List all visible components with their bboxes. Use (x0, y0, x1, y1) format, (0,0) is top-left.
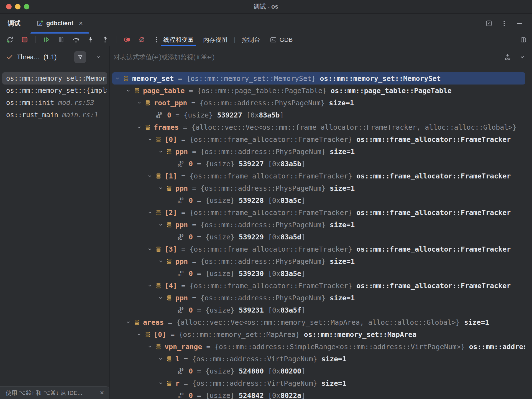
variable-type: {os::mm::address::PhysPageNum} (200, 99, 325, 107)
tool-window-label: 调试 (8, 19, 21, 28)
variable-type: {os::mm::frame_allocator::FrameTracker} (190, 245, 352, 253)
chevron-down-icon[interactable] (519, 53, 526, 61)
tree-row-value[interactable]: 10010 = {usize} 539230 [0x83a5e] (112, 267, 525, 280)
chevron-down-icon[interactable] (147, 173, 152, 178)
dock-window-icon[interactable] (485, 20, 493, 27)
tree-row[interactable]: ppn = {os::mm::address::PhysPageNum} siz… (112, 182, 525, 194)
tree-row[interactable]: ppn = {os::mm::address::PhysPageNum} siz… (112, 145, 525, 158)
tree-row[interactable]: frames = {alloc::vec::Vec<os::mm::frame_… (112, 121, 525, 133)
frame-function: os::mm::memory_set::{impl#0} (6, 87, 107, 94)
close-banner-icon[interactable]: ✕ (96, 390, 104, 396)
chevron-down-icon[interactable] (158, 186, 163, 191)
tree-row[interactable]: [0] = {os::mm::memory_set::MapArea} os::… (112, 328, 525, 341)
chevron-down-icon[interactable] (137, 100, 142, 105)
chevron-down-icon[interactable] (158, 149, 163, 154)
checkmark-icon (6, 53, 13, 61)
stop-button[interactable] (19, 34, 30, 45)
variable-name: l (175, 355, 180, 363)
tree-row[interactable]: ppn = {os::mm::address::PhysPageNum} siz… (112, 255, 525, 267)
step-into-button[interactable] (85, 34, 96, 45)
tree-row[interactable]: areas = {alloc::vec::Vec<os::mm::memory_… (112, 316, 525, 328)
tab-label: GDB (280, 36, 293, 44)
chevron-down-icon[interactable] (94, 53, 103, 62)
layout-settings-icon[interactable] (519, 35, 528, 45)
variable-value: 539227 (213, 111, 242, 119)
variable-type: {os::mm::address::PhysPageNum} (200, 257, 326, 265)
tree-row-value[interactable]: 10010 = {usize} 539228 [0x83a5c] (112, 194, 525, 206)
titlebar: 调试 - os (0, 0, 532, 14)
tab-gdb[interactable]: GDB (265, 34, 298, 46)
evaluate-expression-input[interactable]: 对表达式求值(↵)或添加监视(⇧⌘↵) (114, 53, 214, 62)
tree-row[interactable]: memory_set = {os::mm::memory_set::Memory… (112, 72, 525, 85)
tab-view-3[interactable]: 控制台 (237, 34, 265, 46)
tree-row-value[interactable]: 10010 = {usize} 539227 [0x83a5b] (112, 109, 525, 121)
resume-program-button[interactable] (41, 34, 52, 45)
tree-row-value[interactable]: 10010 = {usize} 539229 [0x83a5d] (112, 231, 525, 243)
chevron-down-icon[interactable] (137, 125, 142, 130)
chevron-down-icon[interactable] (158, 259, 163, 264)
frame-item[interactable]: os::mm::memory_set::{impl#0} (2, 85, 107, 97)
close-tab-icon[interactable]: ✕ (79, 20, 83, 27)
chevron-down-icon[interactable] (147, 210, 152, 215)
variable-name: ppn (175, 294, 188, 302)
binary-value-icon: 1001 (178, 368, 185, 374)
chevron-down-icon[interactable] (147, 344, 152, 349)
variable-value: os::mm::address::SimpleRange<os::mm::add… (465, 343, 525, 351)
chevron-down-icon[interactable] (158, 222, 163, 227)
rerun-debug-button[interactable] (4, 34, 16, 45)
tree-row-value[interactable]: 10010 = {usize} 539231 [0x83a5f] (112, 304, 525, 316)
variable-value: os::mm::frame_allocator::FrameTracker (352, 245, 511, 253)
minimize-icon[interactable] (516, 20, 523, 27)
tree-row-value[interactable]: 10010 = {usize} 524842 [0x8022a] (112, 389, 525, 399)
tree-row-value[interactable]: 10010 = {usize} 524800 [0x80200] (112, 365, 525, 377)
tree-row[interactable]: vpn_range = {os::mm::address::SimpleRang… (112, 341, 525, 353)
view-breakpoints-button[interactable] (122, 34, 133, 45)
mute-breakpoints-button[interactable] (136, 34, 147, 45)
tree-row-value[interactable]: 10010 = {usize} 539227 [0x83a5b] (112, 158, 525, 170)
filter-icon[interactable] (74, 51, 86, 63)
step-over-button[interactable] (70, 34, 81, 45)
hint-text: 使用 ⌥⌘↑ 和 ⌥⌘↓ 从 IDE... (6, 389, 82, 397)
variable-value: 524842 (235, 392, 264, 399)
pause-program-button[interactable] (56, 34, 67, 45)
tree-row[interactable]: ppn = {os::mm::address::PhysPageNum} siz… (112, 292, 525, 304)
tab-gdbclient[interactable]: gdbclient ✕ (30, 14, 89, 33)
chevron-down-icon[interactable] (158, 295, 163, 300)
variable-hex-value: 83a5d (280, 233, 301, 241)
chevron-down-icon[interactable] (115, 76, 120, 81)
chevron-down-icon[interactable] (137, 332, 142, 337)
tree-row[interactable]: [0] = {os::mm::frame_allocator::FrameTra… (112, 133, 525, 145)
tree-row[interactable]: [2] = {os::mm::frame_allocator::FrameTra… (112, 206, 525, 219)
more-vertical-icon[interactable] (500, 20, 508, 27)
chevron-down-icon[interactable] (126, 88, 131, 93)
chevron-down-icon[interactable] (158, 381, 163, 386)
terminal-icon (270, 36, 277, 44)
add-watch-icon[interactable] (503, 53, 512, 62)
step-out-button[interactable] (100, 34, 111, 45)
tab-view-0[interactable]: 线程和变量 (158, 34, 198, 46)
chevron-down-icon[interactable] (147, 283, 152, 288)
frame-item[interactable]: os::mm::memory_set::MemorySet (2, 72, 107, 85)
tree-row[interactable]: [4] = {os::mm::frame_allocator::FrameTra… (112, 280, 525, 292)
hint-banner: 使用 ⌥⌘↑ 和 ⌥⌘↓ 从 IDE... ✕ (0, 386, 110, 399)
chevron-down-icon[interactable] (126, 320, 131, 325)
tree-row[interactable]: ppn = {os::mm::address::PhysPageNum} siz… (112, 219, 525, 231)
chevron-down-icon[interactable] (147, 137, 152, 142)
variable-name: 0 (189, 270, 193, 278)
frame-item[interactable]: os::rust_main main.rs:1 (2, 109, 107, 121)
chevron-down-icon[interactable] (158, 356, 163, 361)
chevron-down-icon[interactable] (147, 247, 152, 252)
tree-row[interactable]: r = {os::mm::address::VirtPageNum} size=… (112, 377, 525, 389)
struct-icon (124, 76, 129, 81)
tree-row[interactable]: l = {os::mm::address::VirtPageNum} size=… (112, 353, 525, 365)
variable-value: size=1 (326, 148, 355, 156)
tree-row[interactable]: [1] = {os::mm::frame_allocator::FrameTra… (112, 170, 525, 182)
struct-icon (167, 186, 172, 191)
tree-row[interactable]: page_table = {os::mm::page_table::PageTa… (112, 85, 525, 97)
tree-row[interactable]: [3] = {os::mm::frame_allocator::FrameTra… (112, 243, 525, 255)
tab-view-1[interactable]: 内存视图 (198, 34, 232, 46)
thread-name[interactable]: Threa… (17, 53, 40, 61)
tree-row[interactable]: root_ppn = {os::mm::address::PhysPageNum… (112, 97, 525, 109)
variable-name: [4] (165, 282, 177, 290)
frame-item[interactable]: os::mm::init mod.rs:53 (2, 97, 107, 109)
